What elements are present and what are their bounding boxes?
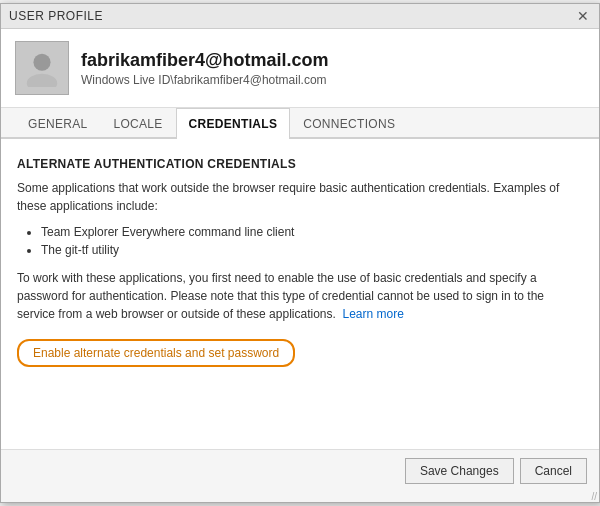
dialog-title: USER PROFILE bbox=[9, 9, 103, 23]
resize-handle[interactable]: // bbox=[1, 492, 599, 502]
user-email: fabrikamfiber4@hotmail.com bbox=[81, 50, 329, 71]
list-item: The git-tf utility bbox=[41, 243, 583, 257]
user-section: fabrikamfiber4@hotmail.com Windows Live … bbox=[1, 29, 599, 108]
avatar bbox=[15, 41, 69, 95]
learn-more-link[interactable]: Learn more bbox=[343, 307, 404, 321]
tab-connections[interactable]: CONNECTIONS bbox=[290, 108, 408, 139]
list-item: Team Explorer Everywhere command line cl… bbox=[41, 225, 583, 239]
user-profile-dialog: USER PROFILE ✕ fabrikamfiber4@hotmail.co… bbox=[0, 3, 600, 503]
section-title: ALTERNATE AUTHENTICATION CREDENTIALS bbox=[17, 157, 583, 171]
cancel-button[interactable]: Cancel bbox=[520, 458, 587, 484]
close-button[interactable]: ✕ bbox=[575, 9, 591, 23]
save-changes-button[interactable]: Save Changes bbox=[405, 458, 514, 484]
avatar-icon bbox=[23, 49, 61, 87]
credentials-description: Some applications that work outside the … bbox=[17, 179, 583, 215]
svg-point-0 bbox=[33, 54, 50, 71]
user-liveid: Windows Live ID\fabrikamfiber4@hotmail.c… bbox=[81, 73, 329, 87]
dialog-footer: Save Changes Cancel bbox=[1, 449, 599, 492]
user-info: fabrikamfiber4@hotmail.com Windows Live … bbox=[81, 50, 329, 87]
bullet-list: Team Explorer Everywhere command line cl… bbox=[41, 225, 583, 257]
dialog-titlebar: USER PROFILE ✕ bbox=[1, 4, 599, 29]
tab-credentials[interactable]: CREDENTIALS bbox=[176, 108, 291, 139]
tab-locale[interactable]: LOCALE bbox=[100, 108, 175, 139]
paragraph-text: To work with these applications, you fir… bbox=[17, 271, 544, 321]
tab-bar: GENERAL LOCALE CREDENTIALS CONNECTIONS bbox=[1, 108, 599, 139]
svg-point-1 bbox=[27, 74, 57, 87]
credentials-paragraph: To work with these applications, you fir… bbox=[17, 269, 583, 323]
credentials-content: ALTERNATE AUTHENTICATION CREDENTIALS Som… bbox=[1, 139, 599, 449]
tab-general[interactable]: GENERAL bbox=[15, 108, 100, 139]
enable-credentials-button[interactable]: Enable alternate credentials and set pas… bbox=[17, 339, 295, 367]
